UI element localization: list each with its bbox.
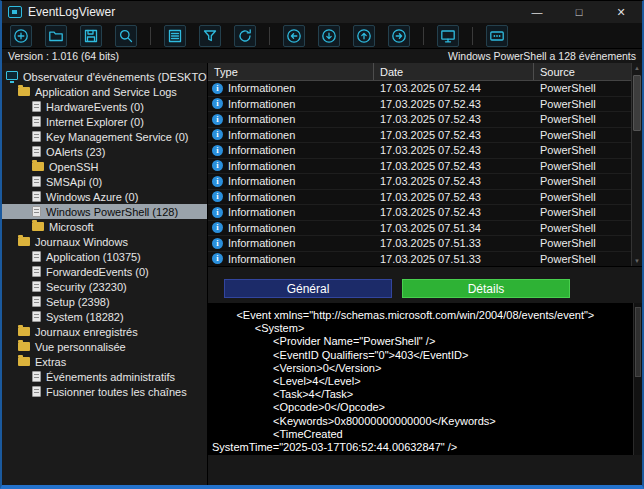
tree-item-microsoft[interactable]: Microsoft [2,219,207,234]
scroll-up-icon[interactable]: ▲ [632,63,642,73]
tree-item-smsapi[interactable]: SMSApi (0) [2,174,207,189]
tree-item-windows-azure[interactable]: Windows Azure (0) [2,189,207,204]
tree-item-evenements-administratifs[interactable]: Événements administratifs [2,369,207,384]
app-window: EventLogViewer — □ ✕ Version : 1.016 (64… [0,0,644,489]
list-icon [167,28,183,44]
toolbar-separator [472,27,473,45]
nav-down-button[interactable] [318,25,340,47]
log-icon [32,296,41,307]
info-icon [212,191,223,202]
folder-icon [18,237,30,246]
filter-button[interactable] [199,25,221,47]
filter-icon [202,28,218,44]
event-row[interactable]: Informationen17.03.2025 07.52.43PowerShe… [208,174,631,190]
column-header-date[interactable]: Date [374,63,534,80]
more-options-button[interactable] [486,25,508,47]
monitor-button[interactable] [437,25,459,47]
tree-item-windows-powershell[interactable]: Windows PowerShell (128) [2,204,207,219]
event-row[interactable]: Informationen17.03.2025 07.52.43PowerShe… [208,97,631,113]
tree-item-internet-explorer[interactable]: Internet Explorer (0) [2,114,207,129]
info-bar: Version : 1.016 (64 bits) Windows PowerS… [2,49,642,63]
tree-item-system[interactable]: System (18282) [2,309,207,324]
info-icon [212,145,223,156]
event-list-button[interactable] [164,25,186,47]
version-label: Version : 1.016 (64 bits) [8,50,119,62]
arrow-right-circle-icon [391,28,407,44]
nav-up-button[interactable] [353,25,375,47]
tab-general[interactable]: Général [224,279,392,298]
event-row[interactable]: Informationen17.03.2025 07.52.43PowerShe… [208,143,631,159]
log-icon [32,371,41,382]
event-row[interactable]: Informationen17.03.2025 07.52.44PowerShe… [208,81,631,97]
column-header-type[interactable]: Type [208,63,374,80]
event-row[interactable]: Informationen17.03.2025 07.52.43PowerShe… [208,205,631,221]
app-title: EventLogViewer [28,5,115,19]
save-button[interactable] [80,25,102,47]
info-icon [212,253,223,264]
scrollbar-thumb[interactable] [635,307,641,377]
tree-item-application-and-service-logs[interactable]: Application and Service Logs [2,84,207,99]
tree-item-journaux-enregistres[interactable]: Journaux enregistrés [2,324,207,339]
tree-item-openssh[interactable]: OpenSSH [2,159,207,174]
folder-icon [32,222,44,231]
tree-item-vue-personnalisee[interactable]: Vue personnalisée [2,339,207,354]
tree-item-extras[interactable]: Extras [2,354,207,369]
tree-item-key-management-service[interactable]: Key Management Service (0) [2,129,207,144]
folder-icon [18,327,30,336]
tree-item-security[interactable]: Security (23230) [2,279,207,294]
folder-tree: Observateur d'événements (DESKTOP-ME App… [2,63,208,485]
tab-details[interactable]: Détails [402,279,570,298]
event-row[interactable]: Informationen17.03.2025 07.52.43PowerShe… [208,128,631,144]
tree-item-journaux-windows[interactable]: Journaux Windows [2,234,207,249]
event-row[interactable]: Informationen17.03.2025 07.52.43PowerShe… [208,159,631,175]
plus-circle-icon [13,28,29,44]
log-icon [32,176,41,187]
nav-left-button[interactable] [283,25,305,47]
search-button[interactable] [115,25,137,47]
tree-item-oalerts[interactable]: OAlerts (23) [2,144,207,159]
tree-item-hardwareevents[interactable]: HardwareEvents (0) [2,99,207,114]
scrollbar-thumb[interactable] [633,75,641,131]
toolbar-separator [269,27,270,45]
log-icon [32,146,41,157]
table-header: Type Date Source [208,63,631,81]
open-button[interactable] [45,25,67,47]
tree-item-event-viewer-root[interactable]: Observateur d'événements (DESKTOP-ME [2,69,207,84]
app-icon [8,6,22,18]
minimize-button[interactable]: — [516,1,558,23]
open-folder-icon [48,28,64,44]
toolbar-separator [150,27,151,45]
info-icon [212,129,223,140]
maximize-button[interactable]: □ [558,1,600,23]
column-header-source[interactable]: Source [534,63,631,80]
event-row[interactable]: Informationen17.03.2025 07.52.43PowerShe… [208,190,631,206]
event-row[interactable]: Informationen17.03.2025 07.51.33PowerShe… [208,236,631,252]
tree-item-fusionner-toutes-les-chaines[interactable]: Fusionner toutes les chaînes [2,384,207,399]
event-row[interactable]: Informationen17.03.2025 07.51.33PowerShe… [208,252,631,267]
scroll-down-icon[interactable]: ▼ [632,256,642,266]
close-button[interactable]: ✕ [600,1,642,23]
event-row[interactable]: Informationen17.03.2025 07.52.43PowerShe… [208,112,631,128]
refresh-button[interactable] [234,25,256,47]
detail-tabs: Général Détails [224,279,570,298]
selection-info-label: Windows PowerShell a 128 événements [448,50,636,62]
folder-icon [18,357,30,366]
add-button[interactable] [10,25,32,47]
info-icon [212,114,223,125]
log-icon [32,131,41,142]
details-scrollbar[interactable] [633,303,642,455]
arrow-left-circle-icon [286,28,302,44]
info-icon [212,98,223,109]
tree-item-setup[interactable]: Setup (2398) [2,294,207,309]
tree-item-application[interactable]: Application (10375) [2,249,207,264]
nav-right-button[interactable] [388,25,410,47]
log-icon [32,191,41,202]
tree-item-forwardedevents[interactable]: ForwardedEvents (0) [2,264,207,279]
table-scrollbar[interactable]: ▲ ▼ [631,63,642,266]
info-icon [212,83,223,94]
event-table: Type Date Source Informationen17.03.2025… [208,63,642,267]
event-row[interactable]: Informationen17.03.2025 07.51.34PowerShe… [208,221,631,237]
monitor-icon [440,28,456,44]
details-xml-panel[interactable]: <Event xmlns="http://schemas.microsoft.c… [208,303,642,455]
log-icon [32,311,41,322]
